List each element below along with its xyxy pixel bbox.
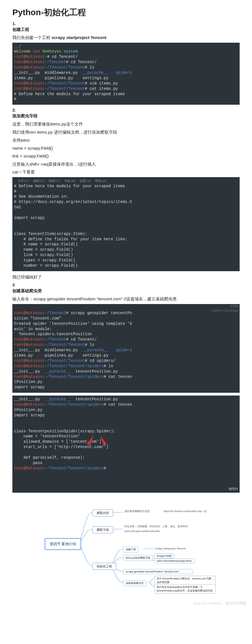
t3-l13e: # cat tencen: [104, 374, 132, 379]
t4-corner: 物理内: [229, 487, 238, 491]
t1-l10: #: [14, 97, 16, 101]
t3-l15: import scrapy: [14, 385, 45, 389]
t3-l5: Tencent.spiders.tencentPosition: [14, 332, 92, 336]
mindmap-sub-spiderclass: 创建基础爬虫类: [123, 580, 146, 586]
t3-l7e: # ls: [85, 342, 94, 347]
t1-l8d: ~/Tencent/Tencent: [45, 86, 85, 91]
t3-l1p: root@Nutssss: [14, 311, 42, 315]
t3-l9: items.py pipelines.py settings.py: [14, 353, 108, 358]
t1-l7p: root@Nutssss: [14, 81, 42, 86]
t1-l6: items.py pipelines.py settings.py: [14, 76, 108, 80]
t1-l2d: ~: [45, 54, 47, 59]
t1-l2e: # cd Tencent/: [47, 54, 78, 59]
t1-l5pc: __pycache__: [83, 70, 108, 75]
t4-l0c: tencentPosition.py: [71, 397, 118, 401]
t3-l6p: root@Nutssss: [14, 337, 42, 342]
t3-l6e: # cd Tencent/: [66, 337, 97, 342]
t1-l3d: ~/Tencent: [45, 60, 66, 64]
mindmap-leaf: 池壮腾讯网嗯职位信息: [123, 509, 151, 514]
mindmap-sub-items: items.py添加爬取字段: [123, 555, 153, 561]
mindmap-leaf: https://hr.tencent.com/position.php 【Z: [163, 509, 208, 514]
section2-after: 我已经编辑好了: [12, 274, 240, 280]
t2-l3: # See documentation in:: [14, 194, 68, 199]
t1-l1b: use: [33, 49, 42, 54]
mindmap: 第四节 案例介绍 爬取内容 池壮腾讯网嗯职位信息 https://hr.tenc…: [36, 501, 216, 594]
t4-l9: start_urls = ['http://tencent.com/']: [14, 445, 108, 449]
t3-l11e: # ls: [104, 364, 113, 368]
mindmap-leaf: class TencentItem(scrapy.Item):: [154, 558, 195, 563]
t3-l12b: __pycache__: [45, 369, 71, 374]
section2-heading: 添加爬虫字段: [12, 113, 240, 119]
t1-l2c: :: [42, 54, 45, 59]
t4-l13e: #: [104, 466, 106, 471]
t3-day: 星期四: [230, 305, 239, 309]
t1-l9: # Define here the models for your scrape…: [14, 92, 125, 96]
page-title: Python-初始化工程: [12, 7, 240, 18]
t1-l1a: Welcome: [14, 49, 33, 54]
t2-l2: #: [14, 189, 16, 194]
t2-menubar: 文件(F) 编辑(E) 视图(V) 书签(B) 设置(S) 帮助(H): [14, 179, 107, 183]
t3-l8a: __init__.py middlewares.py: [14, 348, 83, 352]
t3-l1d: ~/Tencent: [45, 311, 66, 315]
watermark-csdn: blog.csdn.net/leva: [194, 601, 221, 605]
t1-l4d: ~/Tencent/Tencent: [45, 65, 85, 70]
t3-l11d: ~/Tencent/Tencent/spiders: [45, 364, 104, 368]
section2-number: 2.: [12, 108, 240, 112]
t1-l8p: root@Nutssss: [14, 86, 42, 91]
t2-l12: # name = scrapy.Field(): [14, 242, 78, 246]
mindmap-sub-genspider: scrapy genspider tencentPosition "tencen…: [123, 569, 193, 574]
t1-l1d: system: [63, 49, 78, 54]
t1-l3p: root@Nutssss: [14, 60, 42, 64]
t1-l8e: # cat items.py: [85, 86, 118, 91]
t3-l4: asic' in module:: [14, 327, 52, 331]
t2-l14: link = scrapy.Field(): [14, 253, 73, 257]
terminal-block-4: __init__.py __pycache__ tencentPosition.…: [12, 396, 240, 493]
t2-l7: import scrapy: [14, 216, 45, 220]
t3-l14: tPosition.py: [14, 380, 42, 384]
t1-l7e: # vim items.py: [85, 81, 118, 86]
t3-l13p: root@Nutssss: [14, 374, 42, 379]
t4-l1d: ~/Tencent/Tencent/spiders: [45, 402, 104, 407]
t3-l12c: tencentPosition.py: [71, 369, 118, 374]
mindmap-branch-fields: 爬取字段: [92, 526, 113, 533]
t4-l0a: __init__.py: [14, 397, 45, 401]
t3-l13d: ~/Tencent/Tencent/spiders: [45, 374, 104, 379]
section2-p2: 我们使用vim items.py 进行编辑文档，进行添加爬取字段: [12, 129, 240, 136]
section2-p7: cat一下看看: [12, 169, 240, 175]
t3-l12a: __init__.py: [14, 369, 45, 374]
section1-intro: 我们先创建一个工程 scrapy startproject Tencent: [12, 35, 240, 41]
t4-l0b: __pycache__: [45, 397, 71, 401]
t4-l1p: root@Nutssss: [14, 402, 42, 407]
t1-l8c: :: [42, 86, 45, 91]
footer-watermark: blog.csdn.net/leva @51CTO博客: [0, 599, 252, 610]
t2-l15: types = scrapy.Field(): [14, 258, 75, 262]
t1-l2p: root@Nutssss: [14, 54, 42, 59]
t4-l1e: # cat tencen: [104, 402, 132, 407]
mindmap-leaf: scrapy startproject Tencent: [154, 547, 187, 551]
t2-l10: class TencentItem(scrapy.Item):: [14, 232, 87, 236]
t3-l8c: spiders: [108, 348, 132, 352]
mindmap-leaf: scrapy.Field(): [154, 553, 174, 558]
t1-l4e: # ls: [85, 65, 94, 70]
t4-l12: pass: [14, 461, 42, 465]
t3-l2: sition "tencent.com": [14, 316, 61, 321]
terminal-block-2: 文件(F) 编辑(E) 视图(V) 书签(B) 设置(S) 帮助(H) # De…: [12, 177, 240, 271]
t2-l11: # define the fields for your item here l…: [14, 237, 127, 241]
section2-p4: name = scrapy.Field(): [12, 145, 240, 152]
section2-p6: 注意输入shift+:+wq直接保存退出，i进行插入: [12, 161, 240, 168]
t1-l5: __init__.py middlewares.py: [14, 70, 83, 75]
t2-l13: name = scrapy.Field(): [14, 247, 73, 252]
mindmap-leaf: 执行命令后会在spiders文件夹中创建一个tencentPosition.py…: [154, 584, 215, 594]
mindmap-root: 第四节 案例介绍: [45, 538, 81, 550]
section2-p3: 去掉pass: [12, 137, 240, 143]
t1-l7d: ~/Tencent/Tencent: [45, 81, 85, 86]
terminal-block-1: __/ Welcome use Geekeyes system root@Nut…: [12, 43, 240, 105]
section1-number: 1.: [12, 21, 240, 26]
t4-l3: import scrapy: [14, 413, 45, 417]
t3-l1e: # scrapy genspider tencentPo: [66, 311, 132, 315]
t4-l7: name = 'tencentPosition': [14, 434, 80, 439]
section2-p1: 这里，我们需要修改items.py这个文件: [12, 121, 240, 127]
mindmap-leaf: name,link,type,number,site,time: [123, 529, 161, 533]
mindmap-branch-content: 爬取内容: [92, 510, 113, 517]
t2-l5: tml: [14, 205, 21, 209]
